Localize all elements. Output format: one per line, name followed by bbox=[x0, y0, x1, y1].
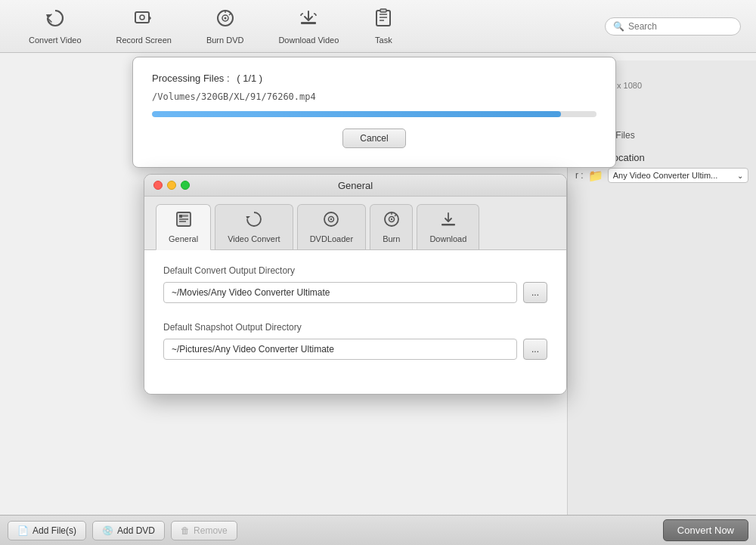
progress-bar-background bbox=[152, 111, 596, 117]
task-icon bbox=[373, 8, 393, 33]
convert-video-icon bbox=[45, 8, 65, 33]
toolbar-item-task[interactable]: Task bbox=[360, 2, 407, 51]
svg-point-2 bbox=[140, 15, 144, 20]
search-input[interactable] bbox=[628, 21, 733, 32]
cancel-label: Cancel bbox=[360, 133, 388, 144]
processing-title: Processing Files : ( 1/1 ) bbox=[152, 73, 596, 84]
browse-output-label: ... bbox=[531, 287, 539, 298]
add-dvd-icon: 💿 bbox=[102, 525, 113, 536]
download-video-icon bbox=[299, 8, 318, 33]
svg-point-22 bbox=[330, 218, 332, 220]
video-convert-tab-icon bbox=[246, 211, 262, 231]
processing-file-path: /Volumes/320GB/XL/91/76260.mp4 bbox=[152, 91, 596, 102]
convert-now-button[interactable]: Convert Now bbox=[663, 519, 748, 541]
processing-progress-label: ( 1/1 ) bbox=[237, 73, 262, 84]
burn-dvd-icon bbox=[215, 8, 235, 33]
remove-label: Remove bbox=[194, 525, 228, 536]
browse-snapshot-label: ... bbox=[531, 344, 539, 355]
dialog-content: Default Convert Output Directory ... Def… bbox=[144, 250, 566, 394]
output-dir-row: ... bbox=[163, 282, 547, 303]
folder-prefix-label: r : bbox=[575, 170, 584, 181]
svg-point-25 bbox=[391, 218, 392, 220]
search-bar[interactable]: 🔍 bbox=[605, 17, 741, 36]
tab-dvdloader-label: DVDLoader bbox=[310, 234, 353, 243]
tab-video-convert-label: Video Convert bbox=[228, 234, 280, 243]
tab-general[interactable]: General bbox=[156, 204, 211, 250]
svg-rect-9 bbox=[376, 11, 390, 26]
tab-burn[interactable]: Burn bbox=[370, 204, 413, 249]
add-files-button[interactable]: 📄 Add File(s) bbox=[8, 521, 86, 540]
folder-name-label: Any Video Converter Ultim... bbox=[613, 171, 718, 180]
output-dir-browse-button[interactable]: ... bbox=[523, 282, 547, 303]
remove-icon: 🗑 bbox=[181, 525, 190, 536]
tab-burn-label: Burn bbox=[383, 234, 400, 243]
toolbar-item-convert-video[interactable]: Convert Video bbox=[15, 2, 95, 51]
dialog-traffic-lights bbox=[153, 181, 190, 190]
snapshot-dir-group: Default Snapshot Output Directory ... bbox=[163, 322, 547, 360]
dialog-title: General bbox=[338, 180, 373, 191]
snapshot-dir-row: ... bbox=[163, 339, 547, 360]
svg-rect-28 bbox=[442, 224, 455, 226]
toolbar-item-record-screen[interactable]: Record Screen bbox=[103, 2, 185, 51]
toolbar: Convert Video Record Screen bbox=[0, 0, 756, 53]
bottom-bar: 📄 Add File(s) 💿 Add DVD 🗑 Remove Convert… bbox=[0, 515, 756, 545]
tab-general-label: General bbox=[169, 234, 198, 243]
snapshot-dir-input[interactable] bbox=[163, 339, 517, 360]
close-button[interactable] bbox=[153, 181, 163, 190]
general-dialog: General General bbox=[144, 174, 567, 395]
svg-rect-13 bbox=[380, 9, 386, 12]
svg-line-7 bbox=[229, 14, 231, 15]
cancel-button[interactable]: Cancel bbox=[342, 129, 405, 148]
svg-rect-0 bbox=[135, 12, 149, 23]
dialog-tabs: General Video Convert DVDLoader bbox=[144, 197, 566, 250]
dialog-titlebar: General bbox=[144, 175, 566, 197]
toolbar-label-download-video: Download Video bbox=[278, 36, 339, 45]
search-icon: 🔍 bbox=[613, 21, 624, 32]
svg-point-5 bbox=[224, 17, 226, 19]
tab-download-label: Download bbox=[429, 234, 466, 243]
tab-download[interactable]: Download bbox=[417, 204, 479, 249]
folder-select-btn[interactable]: Any Video Converter Ultim... ⌄ bbox=[608, 168, 748, 183]
general-tab-icon bbox=[175, 211, 192, 231]
svg-line-27 bbox=[395, 215, 396, 216]
toolbar-label-burn-dvd: Burn DVD bbox=[206, 36, 244, 45]
toolbar-label-convert-video: Convert Video bbox=[29, 36, 82, 45]
add-dvd-label: Add DVD bbox=[117, 525, 155, 536]
dvdloader-tab-icon bbox=[323, 211, 339, 231]
output-dir-label: Default Convert Output Directory bbox=[163, 265, 547, 276]
minimize-button[interactable] bbox=[167, 181, 176, 190]
folder-row: r : 📁 Any Video Converter Ultim... ⌄ bbox=[575, 168, 748, 183]
toolbar-label-task: Task bbox=[375, 36, 392, 45]
svg-rect-17 bbox=[179, 215, 188, 217]
add-dvd-button[interactable]: 💿 Add DVD bbox=[92, 521, 165, 540]
snapshot-dir-label: Default Snapshot Output Directory bbox=[163, 322, 547, 333]
tab-video-convert[interactable]: Video Convert bbox=[215, 204, 293, 249]
add-files-label: Add File(s) bbox=[33, 525, 76, 536]
toolbar-item-burn-dvd[interactable]: Burn DVD bbox=[193, 2, 258, 51]
progress-bar-fill bbox=[152, 111, 561, 117]
snapshot-dir-browse-button[interactable]: ... bbox=[523, 339, 547, 360]
output-dir-group: Default Convert Output Directory ... bbox=[163, 265, 547, 303]
toolbar-items: Convert Video Record Screen bbox=[15, 2, 407, 51]
output-dir-input[interactable] bbox=[163, 282, 517, 303]
maximize-button[interactable] bbox=[181, 181, 190, 190]
record-screen-icon bbox=[134, 8, 153, 33]
processing-popup: Processing Files : ( 1/1 ) /Volumes/320G… bbox=[132, 57, 616, 168]
folder-chevron-icon: ⌄ bbox=[737, 172, 743, 180]
remove-button[interactable]: 🗑 Remove bbox=[171, 521, 237, 540]
tab-dvdloader[interactable]: DVDLoader bbox=[297, 204, 366, 249]
burn-tab-icon bbox=[383, 211, 400, 231]
toolbar-item-download-video[interactable]: Download Video bbox=[265, 2, 352, 51]
download-tab-icon bbox=[440, 211, 457, 231]
toolbar-label-record-screen: Record Screen bbox=[116, 36, 172, 45]
add-files-icon: 📄 bbox=[17, 525, 29, 536]
svg-rect-8 bbox=[301, 22, 316, 24]
folder-icon: 📁 bbox=[588, 169, 603, 183]
svg-marker-1 bbox=[149, 15, 151, 21]
convert-now-label: Convert Now bbox=[677, 525, 734, 536]
